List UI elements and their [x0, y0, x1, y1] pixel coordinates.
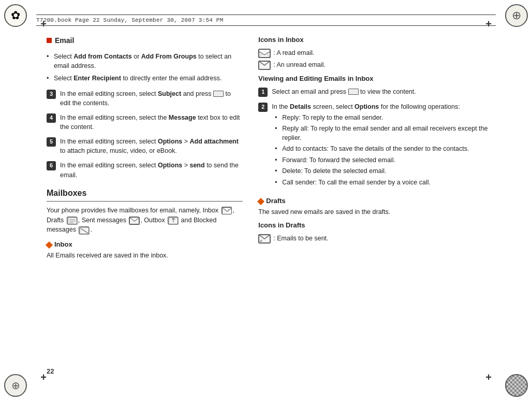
sun-icon: ✿: [11, 9, 20, 22]
orange-diamond-icon-drafts: [257, 198, 264, 205]
options-list: Reply: To reply to the email sender. Rep…: [275, 113, 496, 188]
drafts-subsection-right: Drafts The saved new emails are saved in…: [258, 196, 496, 217]
section-title: Email: [47, 35, 243, 46]
red-square-icon: [47, 38, 52, 43]
page: ✿ ⊕ ⊕ T7200.book Page 22 Sunday, Septemb…: [0, 0, 532, 401]
step-number-6: 6: [47, 161, 56, 170]
read-email-icon: [258, 49, 271, 58]
drafts-icon-text: : Emails to be sent.: [273, 234, 328, 243]
corner-decoration-br: [503, 372, 530, 399]
sent-icon: [129, 217, 139, 224]
drafts-icon: [67, 217, 77, 224]
drafts-email-icon: [258, 234, 271, 244]
list-item: Call sender: To call the email sender by…: [275, 178, 496, 188]
viewing-editing-heading: Viewing and Editing Emails in Inbox: [258, 74, 496, 84]
list-item: Delete: To delete the selected email.: [275, 167, 496, 176]
list-item: Select Enter Recipient to directly enter…: [47, 74, 243, 83]
blocked-icon: [79, 226, 89, 234]
step-6-text: In the email editing screen, select Opti…: [60, 161, 243, 179]
step-number-2: 2: [258, 103, 268, 112]
step-5: 5 In the email editing screen, select Op…: [47, 137, 243, 155]
step-number-5: 5: [47, 137, 56, 147]
inbox-title: Inbox: [47, 240, 243, 250]
right-step-2: 2 In the Details screen, select Options …: [258, 102, 496, 192]
step-3: 3 In the email editing screen, select Su…: [47, 89, 243, 108]
list-item: Select Add from Contacts or Add From Gro…: [47, 52, 243, 70]
mailboxes-heading: Mailboxes: [47, 187, 243, 199]
svg-rect-10: [259, 49, 270, 57]
header-bar: T7200.book Page 22 Sunday, September 30,…: [36, 15, 496, 26]
right-step-1-text: Select an email and press to view the co…: [272, 87, 416, 96]
corner-decoration-bl: ⊕: [2, 372, 29, 399]
corner-decoration-tl: ✿: [2, 2, 29, 29]
left-column: Email Select Add from Contacts or Add Fr…: [47, 35, 253, 365]
list-item: Reply all: To reply to the email sender …: [275, 124, 496, 142]
svg-line-12: [266, 53, 270, 57]
outbox-icon: [168, 217, 178, 224]
drafts-icon-row: : Emails to be sent.: [258, 234, 496, 244]
unread-email-row: : An unread email.: [258, 60, 496, 70]
mailboxes-text: Your phone provides five mailboxes for e…: [47, 206, 243, 235]
right-step-1: 1 Select an email and press to view the …: [258, 87, 496, 97]
step-4: 4 In the email editing screen, select th…: [47, 113, 243, 132]
drafts-title-right: Drafts: [258, 196, 496, 206]
step-5-text: In the email editing screen, select Opti…: [60, 137, 243, 155]
list-item: Reply: To reply to the email sender.: [275, 113, 496, 123]
svg-line-11: [259, 53, 263, 57]
section-title-text: Email: [55, 35, 74, 46]
corner-decoration-tr: ⊕: [503, 2, 530, 29]
step-number-4: 4: [47, 113, 56, 123]
step-number-3: 3: [47, 90, 56, 99]
step-4-text: In the email editing screen, select the …: [60, 113, 243, 132]
bold-text: Add from Contacts: [73, 53, 132, 60]
step-6: 6 In the email editing screen, select Op…: [47, 161, 243, 179]
unread-email-text: : An unread email.: [273, 60, 326, 69]
list-item: Add to contacts: To save the details of …: [275, 145, 496, 154]
drafts-body-right: The saved new emails are saved in the dr…: [258, 207, 496, 217]
icons-inbox-heading: Icons in Inbox: [258, 35, 496, 45]
inbox-subsection: Inbox All Emails received are saved in t…: [47, 240, 243, 260]
svg-line-9: [81, 228, 88, 233]
crosshair-bottom-right: [483, 372, 494, 382]
inbox-body: All Emails received are saved in the inb…: [47, 251, 243, 260]
orange-diamond-icon: [46, 241, 53, 248]
icons-drafts-heading: Icons in Drafts: [258, 221, 496, 231]
page-number: 22: [47, 367, 54, 375]
email-bullet-list: Select Add from Contacts or Add From Gro…: [47, 52, 243, 82]
header-text: T7200.book Page 22 Sunday, September 30,…: [36, 17, 224, 23]
list-item: Forward: To forward the selected email.: [275, 156, 496, 165]
divider: [47, 201, 243, 202]
bold-text: Enter Recipient: [73, 75, 121, 82]
right-step-2-text: In the Details screen, select Options fo…: [272, 102, 496, 192]
read-email-row: : A read email.: [258, 48, 496, 58]
step-3-text: In the email editing screen, select Subj…: [60, 89, 243, 108]
bold-text: Add From Groups: [141, 53, 197, 60]
step-number-1: 1: [258, 88, 268, 97]
content-area: Email Select Add from Contacts or Add Fr…: [47, 35, 496, 365]
right-column: Icons in Inbox : A read email. : An unre…: [253, 35, 496, 365]
read-email-text: : A read email.: [273, 48, 314, 58]
inbox-icon: [221, 207, 232, 214]
unread-email-icon: [258, 61, 271, 70]
